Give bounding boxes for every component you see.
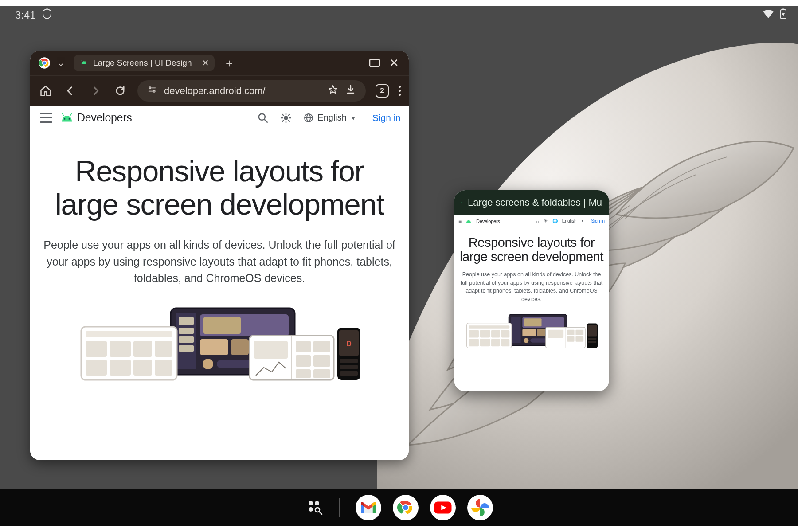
svg-point-85	[524, 338, 528, 343]
gmail-app-icon[interactable]	[356, 495, 381, 520]
tab-count-button[interactable]: 2	[376, 84, 389, 98]
chrome-app-icon[interactable]	[393, 495, 419, 520]
svg-line-112	[319, 512, 322, 514]
svg-point-6	[82, 63, 83, 63]
svg-rect-42	[200, 339, 228, 355]
mini-language-label[interactable]: English	[562, 219, 577, 223]
svg-rect-10	[370, 59, 379, 66]
svg-rect-65	[296, 369, 311, 378]
svg-rect-63	[296, 355, 311, 367]
svg-rect-90	[480, 330, 490, 338]
svg-rect-88	[469, 325, 509, 329]
svg-point-110	[309, 507, 313, 512]
svg-rect-105	[588, 325, 597, 336]
hamburger-menu-icon[interactable]: ≡	[458, 218, 461, 224]
dropdown-caret-icon: ▼	[581, 219, 584, 223]
page-content[interactable]: Developers English ▼ Sign in	[30, 106, 409, 460]
svg-point-11	[149, 87, 151, 89]
svg-rect-51	[110, 341, 131, 357]
svg-rect-54	[86, 360, 107, 376]
app-drawer-icon[interactable]	[305, 498, 323, 517]
reload-button[interactable]	[113, 83, 128, 98]
svg-point-46	[203, 359, 213, 369]
svg-rect-61	[296, 341, 311, 352]
mini-titlebar[interactable]: Large screens & foldables | Mu	[454, 190, 609, 215]
hero-body: People use your apps on all kinds of dev…	[43, 237, 396, 287]
mini-preview-card[interactable]: Large screens & foldables | Mu ≡ Develop…	[454, 190, 609, 391]
site-settings-icon[interactable]	[147, 85, 157, 97]
svg-line-8	[82, 60, 82, 62]
youtube-app-icon[interactable]	[430, 495, 456, 520]
svg-rect-72	[340, 371, 358, 376]
svg-line-18	[63, 113, 64, 116]
mini-brand-text: Developers	[476, 219, 500, 224]
svg-rect-92	[501, 330, 510, 338]
browser-tab[interactable]: Large Screens | UI Design | ✕	[74, 55, 215, 71]
svg-line-9	[86, 60, 86, 62]
address-bar[interactable]: developer.android.com/	[137, 80, 366, 102]
download-icon[interactable]	[345, 84, 356, 98]
window-titlebar[interactable]: ⌄ Large Screens | UI Design | ✕ ＋ ✕	[30, 51, 409, 75]
tab-title: Large Screens | UI Design |	[93, 58, 195, 68]
mini-site-header: ≡ Developers ⌕ ☀ 🌐 English ▼ Sign in	[454, 215, 609, 227]
taskbar	[0, 489, 798, 526]
theme-toggle-icon[interactable]	[278, 110, 293, 125]
svg-rect-41	[203, 317, 241, 334]
svg-rect-107	[588, 341, 597, 343]
language-selector[interactable]: English ▼	[303, 113, 356, 123]
status-bar: 3:41	[0, 6, 798, 24]
chrome-logo-icon	[38, 57, 51, 69]
overflow-menu-icon[interactable]	[399, 86, 401, 96]
window-maximize-button[interactable]	[368, 57, 381, 69]
svg-line-30	[289, 114, 289, 115]
svg-rect-81	[522, 329, 536, 336]
theme-toggle-icon[interactable]: ☀	[544, 218, 548, 224]
svg-rect-82	[537, 329, 545, 336]
svg-rect-37	[179, 328, 194, 334]
mini-signin-link[interactable]: Sign in	[591, 219, 605, 223]
svg-rect-38	[179, 336, 194, 343]
svg-rect-95	[491, 339, 500, 346]
status-time: 3:41	[15, 9, 36, 21]
home-button[interactable]	[38, 83, 53, 98]
svg-rect-2	[782, 9, 785, 10]
mini-title-text: Large screens & foldables | Mu	[468, 197, 602, 208]
svg-rect-66	[313, 369, 330, 378]
signin-link[interactable]: Sign in	[372, 113, 401, 123]
svg-rect-99	[548, 330, 564, 338]
svg-rect-96	[501, 339, 510, 346]
svg-rect-94	[480, 339, 490, 346]
bookmark-star-icon[interactable]	[328, 84, 338, 98]
svg-rect-102	[567, 336, 575, 342]
new-tab-button[interactable]: ＋	[223, 55, 235, 71]
developers-logo[interactable]: Developers	[60, 111, 132, 124]
svg-rect-91	[491, 330, 500, 338]
url-text: developer.android.com/	[164, 85, 321, 97]
svg-line-28	[289, 120, 289, 121]
hamburger-menu-icon[interactable]	[40, 113, 52, 123]
window-close-button[interactable]: ✕	[387, 57, 401, 69]
svg-rect-50	[86, 341, 107, 357]
svg-text:D: D	[346, 340, 352, 348]
mini-hero-title: Responsive layouts for large screen deve…	[459, 235, 604, 264]
wifi-icon	[763, 9, 774, 21]
photos-app-icon[interactable]	[467, 495, 493, 520]
svg-line-29	[282, 120, 283, 121]
chrome-window[interactable]: ⌄ Large Screens | UI Design | ✕ ＋ ✕	[30, 51, 409, 460]
forward-button[interactable]	[88, 83, 103, 98]
search-icon[interactable]: ⌕	[536, 219, 539, 224]
shield-icon	[42, 8, 52, 22]
search-icon[interactable]	[255, 110, 270, 125]
svg-rect-78	[511, 317, 521, 343]
svg-rect-56	[133, 360, 152, 376]
back-button[interactable]	[63, 83, 78, 98]
dropdown-caret-icon: ▼	[350, 114, 356, 121]
hero-title: Responsive layouts for large screen deve…	[43, 154, 396, 221]
svg-line-27	[282, 114, 283, 115]
svg-point-16	[64, 118, 66, 120]
mini-hero-body: People use your apps on all kinds of dev…	[459, 270, 604, 304]
android-head-icon	[80, 59, 88, 67]
tab-close-icon[interactable]: ✕	[202, 58, 209, 68]
svg-point-109	[315, 501, 319, 505]
chrome-menu-chevron-icon[interactable]: ⌄	[57, 57, 65, 69]
